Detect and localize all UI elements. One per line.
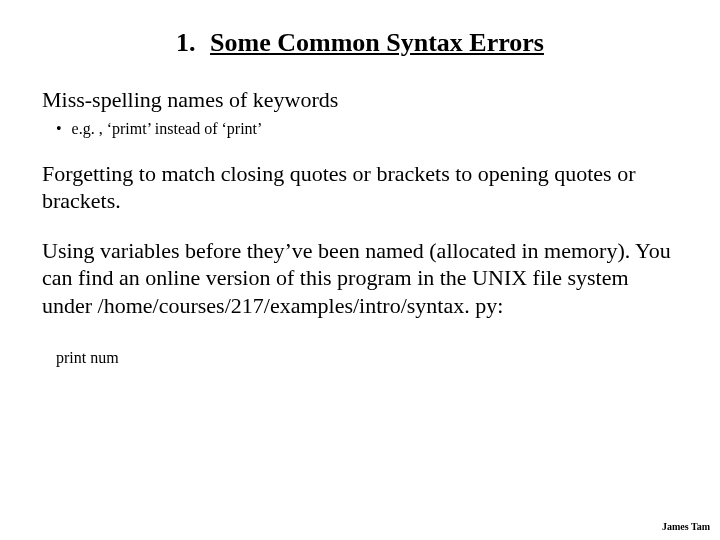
paragraph-misspelling: Miss-spelling names of keywords [42, 86, 678, 114]
footer-author: James Tam [662, 521, 710, 532]
heading-title: Some Common Syntax Errors [210, 28, 544, 57]
paragraph-quotes: Forgetting to match closing quotes or br… [42, 160, 678, 215]
bullet-item: • e.g. , ‘primt’ instead of ‘print’ [56, 120, 678, 138]
heading-number: 1. [176, 28, 196, 58]
bullet-marker: • [56, 120, 62, 138]
code-sample: print num [56, 349, 678, 367]
bullet-text: e.g. , ‘primt’ instead of ‘print’ [72, 120, 263, 137]
slide-heading: 1. Some Common Syntax Errors [102, 28, 618, 58]
paragraph-variables: Using variables before they’ve been name… [42, 237, 678, 320]
